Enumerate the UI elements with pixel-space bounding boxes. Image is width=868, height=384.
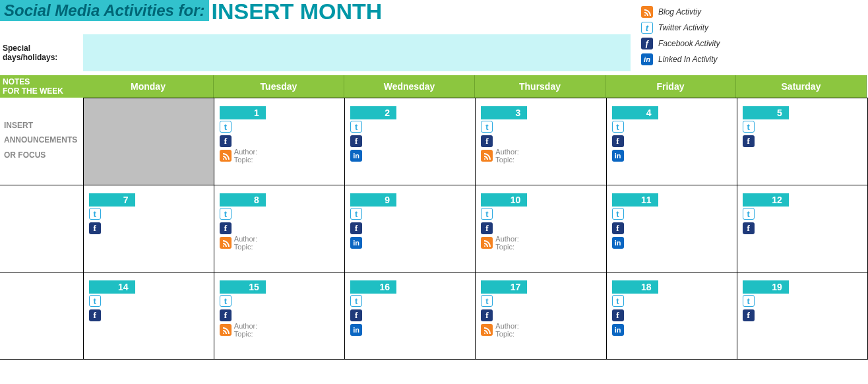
calendar-cell[interactable]: [83, 98, 214, 185]
calendar-cell[interactable]: 8tfAuthor:Topic:: [214, 185, 344, 272]
twitter-icon: t: [612, 121, 624, 133]
rss-icon: [481, 237, 493, 249]
date-badge: 4: [612, 106, 658, 119]
calendar-cell[interactable]: 16tfin: [345, 272, 476, 360]
blog-meta: Author:Topic:: [232, 322, 257, 338]
calendar-cell[interactable]: 10tfAuthor:Topic:: [476, 185, 606, 272]
facebook-icon: f: [612, 135, 624, 147]
day-header: Monday: [83, 75, 214, 98]
date-badge: 16: [350, 280, 396, 294]
linkedin-icon: in: [350, 324, 362, 336]
date-badge: 2: [350, 106, 396, 119]
twitter-icon: t: [743, 208, 755, 220]
date-badge: 5: [743, 106, 789, 119]
page-title-month[interactable]: INSERT MONTH: [209, 0, 383, 22]
calendar-cell[interactable]: 4tfin: [606, 98, 737, 185]
calendar-cell[interactable]: 18tfin: [606, 272, 737, 360]
facebook-icon: f: [481, 309, 493, 321]
legend-label: Linked In Activity: [658, 55, 718, 64]
date-badge: 14: [89, 280, 135, 294]
twitter-icon: t: [612, 208, 624, 220]
week-notes[interactable]: INSERTANNOUNCEMENTSOR FOCUS: [0, 98, 83, 185]
date-badge: 19: [743, 280, 789, 294]
facebook-icon: f: [350, 222, 362, 234]
linkedin-icon: in: [612, 237, 624, 249]
legend-label: Blog Activtiy: [658, 7, 701, 16]
day-header: Wednesday: [344, 75, 475, 98]
twitter-icon: t: [481, 208, 493, 220]
blog-meta: Author:Topic:: [493, 322, 518, 338]
calendar-cell[interactable]: 17tfAuthor:Topic:: [476, 272, 606, 360]
calendar-cell[interactable]: 1tfAuthor:Topic:: [214, 98, 344, 185]
twitter-icon: t: [220, 295, 232, 307]
legend-item: fFacebook Activity: [641, 36, 720, 51]
twitter-icon: t: [743, 295, 755, 307]
calendar-cell[interactable]: 12tf: [737, 185, 867, 272]
notes-header: NOTES FOR THE WEEK: [0, 75, 83, 98]
twitter-icon: t: [89, 295, 101, 307]
calendar-cell[interactable]: 3tfAuthor:Topic:: [476, 98, 606, 185]
facebook-icon: f: [89, 222, 101, 234]
date-badge: 15: [220, 280, 266, 294]
calendar-cell[interactable]: 9tfin: [345, 185, 476, 272]
calendar-cell[interactable]: 14tf: [83, 272, 214, 360]
special-days-input[interactable]: [83, 34, 631, 71]
day-header: Saturday: [736, 75, 867, 98]
facebook-icon: f: [220, 309, 232, 321]
date-badge: 10: [481, 193, 527, 207]
week-notes[interactable]: [0, 272, 83, 360]
date-badge: 8: [220, 193, 266, 207]
twitter-icon: t: [220, 208, 232, 220]
facebook-icon: f: [612, 222, 624, 234]
twitter-icon: t: [220, 121, 232, 133]
week-notes[interactable]: [0, 185, 83, 272]
date-badge: 7: [89, 193, 135, 207]
day-header: Thursday: [475, 75, 605, 98]
date-badge: 11: [612, 193, 658, 207]
rss-icon: [220, 237, 232, 249]
calendar-cell[interactable]: 19tf: [737, 272, 867, 360]
date-badge: 17: [481, 280, 527, 294]
date-badge: 12: [743, 193, 789, 207]
facebook-icon: f: [89, 309, 101, 321]
twitter-icon: t: [481, 121, 493, 133]
facebook-icon: f: [641, 38, 653, 49]
rss-icon: [641, 6, 653, 18]
twitter-icon: t: [350, 208, 362, 220]
facebook-icon: f: [743, 222, 755, 234]
date-badge: 18: [612, 280, 658, 294]
calendar-cell[interactable]: 15tfAuthor:Topic:: [214, 272, 344, 360]
linkedin-icon: in: [612, 150, 624, 162]
blog-meta: Author:Topic:: [493, 235, 518, 251]
page-title-prefix: Social Media Activities for:: [0, 0, 209, 21]
facebook-icon: f: [743, 309, 755, 321]
day-header: Tuesday: [214, 75, 344, 98]
legend-item: inLinked In Activity: [641, 51, 720, 67]
date-badge: 9: [350, 193, 396, 207]
twitter-icon: t: [89, 208, 101, 220]
legend-item: tTwitter Activity: [641, 20, 720, 36]
calendar-cell[interactable]: 11tfin: [606, 185, 737, 272]
rss-icon: [481, 150, 493, 162]
twitter-icon: t: [350, 121, 362, 133]
facebook-icon: f: [350, 309, 362, 321]
calendar-cell[interactable]: 7tf: [83, 185, 214, 272]
special-days-label: Special days/holidays:: [0, 34, 83, 71]
twitter-icon: t: [612, 295, 624, 307]
day-header: Friday: [605, 75, 736, 98]
linkedin-icon: in: [350, 237, 362, 249]
facebook-icon: f: [481, 135, 493, 147]
legend-label: Twitter Activity: [658, 23, 708, 32]
blog-meta: Author:Topic:: [493, 148, 518, 164]
twitter-icon: t: [481, 295, 493, 307]
calendar-cell[interactable]: 5tf: [737, 98, 867, 185]
twitter-icon: t: [743, 121, 755, 133]
rss-icon: [481, 324, 493, 336]
linkedin-icon: in: [612, 324, 624, 336]
legend-item: Blog Activtiy: [641, 4, 720, 20]
facebook-icon: f: [481, 222, 493, 234]
rss-icon: [220, 324, 232, 336]
linkedin-icon: in: [641, 53, 653, 65]
legend: Blog ActivtiytTwitter ActivityfFacebook …: [641, 4, 720, 67]
calendar-cell[interactable]: 2tfin: [345, 98, 476, 185]
